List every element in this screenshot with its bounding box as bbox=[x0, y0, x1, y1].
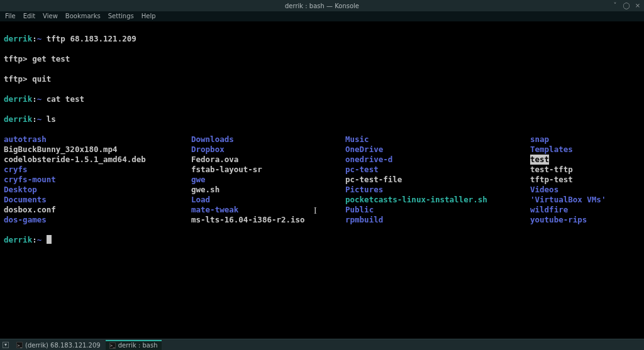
taskbar-apps-icon[interactable]: ▾ bbox=[3, 342, 9, 348]
ls-entry: codelobsteride-1.5.1_amd64.deb bbox=[4, 155, 191, 165]
ls-entry: Desktop bbox=[4, 185, 191, 195]
terminal-icon: >_ bbox=[109, 342, 116, 349]
command-text: tftp 68.183.121.209 bbox=[47, 34, 136, 43]
ls-listing: autotrashBigBuckBunny_320x180.mp4codelob… bbox=[4, 134, 640, 225]
ls-entry: wildfire bbox=[530, 205, 606, 215]
command-text: ls bbox=[47, 114, 56, 124]
taskbar-item-ssh[interactable]: >_ (derrik) 68.183.121.209 bbox=[13, 340, 104, 350]
menu-help[interactable]: Help bbox=[142, 13, 156, 19]
menu-view[interactable]: View bbox=[43, 13, 58, 19]
prompt-host: derrik bbox=[4, 94, 32, 104]
window-controls: ˅ ◯ ⨯ bbox=[611, 1, 641, 9]
ls-entry: Dropbox bbox=[191, 145, 345, 155]
window-title: derrik : bash — Konsole bbox=[285, 3, 359, 9]
minimize-icon[interactable]: ˅ bbox=[611, 1, 619, 9]
ls-entry: Documents bbox=[4, 195, 191, 205]
ls-entry: test bbox=[530, 155, 606, 165]
ls-entry: Load bbox=[191, 195, 345, 205]
window-titlebar: derrik : bash — Konsole ˅ ◯ ⨯ bbox=[0, 0, 644, 11]
prompt-sep: : bbox=[32, 34, 37, 43]
menubar: File Edit View Bookmarks Settings Help bbox=[0, 11, 644, 21]
ls-entry: Templates bbox=[530, 145, 606, 155]
close-icon[interactable]: ⨯ bbox=[634, 1, 641, 9]
ls-entry: Pictures bbox=[345, 185, 530, 195]
ls-entry: test-tftp bbox=[530, 165, 606, 175]
ls-entry: pocketcasts-linux-installer.sh bbox=[345, 195, 530, 205]
ls-entry: Fedora.ova bbox=[191, 155, 345, 165]
ls-entry: snap bbox=[530, 134, 606, 145]
prompt-sep: : bbox=[32, 94, 37, 104]
taskbar-item-bash[interactable]: >_ derrik : bash bbox=[106, 340, 162, 350]
ls-entry: tftp-test bbox=[530, 175, 606, 185]
ls-entry: fstab-layout-sr bbox=[191, 165, 345, 175]
prompt-host: derrik bbox=[4, 114, 32, 124]
ls-entry: onedrive-d bbox=[345, 155, 530, 165]
ls-entry: rpmbuild bbox=[345, 215, 530, 225]
tftp-line-1: tftp> get test bbox=[4, 54, 640, 64]
terminal-output[interactable]: derrik:~ tftp 68.183.121.209 tftp> get t… bbox=[0, 21, 644, 258]
ls-entry: gwe.sh bbox=[191, 185, 345, 195]
ls-entry: ms-lts-16.04-i386-r2.iso bbox=[191, 215, 345, 225]
taskbar-item-label: derrik : bash bbox=[118, 342, 158, 349]
terminal-cursor bbox=[47, 235, 52, 244]
taskbar: ▾ >_ (derrik) 68.183.121.209 >_ derrik :… bbox=[0, 339, 644, 350]
menu-file[interactable]: File bbox=[5, 13, 16, 19]
ls-column-4: snapTemplatestesttest-tftptftp-testVideo… bbox=[530, 134, 606, 225]
prompt-path: ~ bbox=[37, 114, 42, 124]
ls-entry: cryfs-mount bbox=[4, 175, 191, 185]
prompt-path: ~ bbox=[37, 94, 42, 104]
ls-entry: cryfs bbox=[4, 165, 191, 175]
menu-bookmarks[interactable]: Bookmarks bbox=[65, 13, 101, 19]
ls-column-2: DownloadsDropboxFedora.ovafstab-layout-s… bbox=[191, 134, 345, 225]
prompt-host: derrik bbox=[4, 34, 32, 43]
ls-entry: gwe bbox=[191, 175, 345, 185]
ls-entry: pc-test bbox=[345, 165, 530, 175]
prompt-path: ~ bbox=[37, 34, 42, 43]
command-text: cat test bbox=[47, 94, 84, 104]
ls-entry: dos-games bbox=[4, 215, 191, 225]
taskbar-item-label: (derrik) 68.183.121.209 bbox=[25, 342, 101, 349]
tftp-line-2: tftp> quit bbox=[4, 74, 640, 84]
ls-entry: BigBuckBunny_320x180.mp4 bbox=[4, 145, 191, 155]
ls-entry: 'VirtualBox VMs' bbox=[530, 195, 606, 205]
ls-entry: mate-tweak bbox=[191, 205, 345, 215]
ls-entry: pc-test-file bbox=[345, 175, 530, 185]
text-cursor-icon: I bbox=[314, 206, 317, 216]
ls-entry: Public bbox=[345, 205, 530, 215]
ls-column-3: MusicOneDriveonedrive-dpc-testpc-test-fi… bbox=[345, 134, 530, 225]
ls-entry: Downloads bbox=[191, 134, 345, 145]
prompt-path: ~ bbox=[37, 235, 42, 244]
prompt-sep: : bbox=[32, 235, 37, 244]
ls-entry: youtube-rips bbox=[530, 215, 606, 225]
ls-column-1: autotrashBigBuckBunny_320x180.mp4codelob… bbox=[4, 134, 191, 225]
menu-settings[interactable]: Settings bbox=[108, 13, 134, 19]
maximize-icon[interactable]: ◯ bbox=[623, 1, 630, 9]
prompt-sep: : bbox=[32, 114, 37, 124]
prompt-host: derrik bbox=[4, 235, 32, 244]
ls-entry: OneDrive bbox=[345, 145, 530, 155]
menu-edit[interactable]: Edit bbox=[23, 13, 35, 19]
ls-entry: dosbox.conf bbox=[4, 205, 191, 215]
ls-entry: Music bbox=[345, 134, 530, 145]
terminal-icon: >_ bbox=[16, 342, 23, 348]
ls-entry: Videos bbox=[530, 185, 606, 195]
ls-entry: autotrash bbox=[4, 134, 191, 145]
